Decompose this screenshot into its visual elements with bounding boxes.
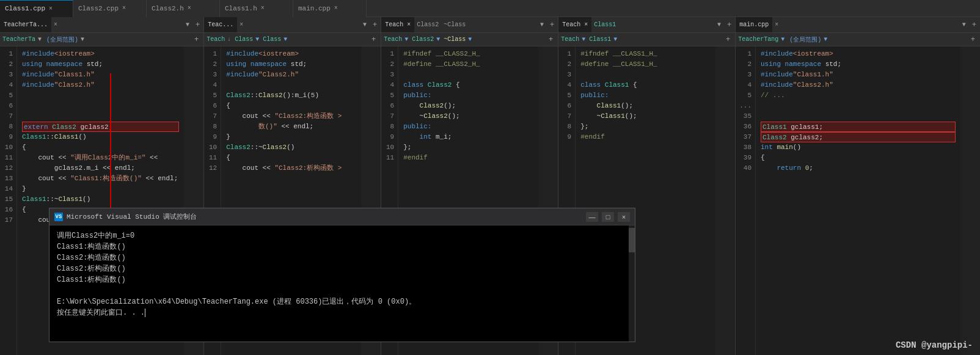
pane3-tabbar: Teach × Class2 ~Class ▼ + xyxy=(381,17,558,33)
pane4-class1[interactable]: Class1 xyxy=(591,21,618,28)
console-line-3: Class2:构造函数() xyxy=(57,252,627,263)
pane5-code-content[interactable]: #include<iostream> using namespace std; … xyxy=(756,46,960,355)
pane4-add-btn[interactable]: + xyxy=(726,35,730,44)
tab-class1h[interactable]: Class1.h × xyxy=(220,0,293,17)
pane1-line-numbers: 12345 678910 1112131415 1617 xyxy=(0,46,17,355)
restore-button[interactable]: □ xyxy=(602,212,614,222)
pane3-add-btn[interactable]: + xyxy=(549,35,553,44)
tab-close-icon[interactable]: × xyxy=(122,5,126,12)
top-tab-bar: Class1.cpp × Class2.cpp × Class2.h × Cla… xyxy=(0,0,980,17)
pane1-dropdown[interactable]: ▼ xyxy=(183,21,192,28)
tab-close-icon[interactable]: × xyxy=(334,5,338,12)
tab-close-icon[interactable]: × xyxy=(188,5,191,12)
pane5-add[interactable]: + xyxy=(968,21,980,29)
pane3-toolbar: Teach ▼ Class2 ▼ ~Class ▼ + xyxy=(381,33,558,46)
console-content: 调用Class2中的m_i=0 Class1:构造函数() Class2:构造函… xyxy=(49,225,635,342)
pane4-tabbar: Teach × Class1 ▼ + xyxy=(558,17,735,33)
tab-label: Class1.cpp xyxy=(5,5,45,12)
pane3-tab-class[interactable]: ~Class xyxy=(441,21,468,28)
pane2-toolbar: Teach ↓ Class ▼ Class ▼ + xyxy=(204,33,381,46)
console-line-7: E:\Work\Specialization\x64\Debug\Teacher… xyxy=(57,296,627,307)
pane2-class: Class xyxy=(235,36,253,43)
minimize-button[interactable]: — xyxy=(586,212,598,222)
console-line-1: 调用Class2中的m_i=0 xyxy=(57,230,627,241)
pane5-add-btn[interactable]: + xyxy=(971,35,975,44)
pane1-add[interactable]: + xyxy=(192,21,203,29)
pane4-tab[interactable]: Teach × xyxy=(558,17,591,33)
pane2-add[interactable]: + xyxy=(369,21,381,29)
pane2-context1: Teach xyxy=(207,36,225,43)
pane3-class2-arrow: ▼ xyxy=(436,36,440,43)
pane2-class2: Class xyxy=(263,36,281,43)
console-line-2: Class1:构造函数() xyxy=(57,241,627,252)
pane2-tab[interactable]: Teac... xyxy=(204,17,237,33)
tab-maincpp[interactable]: main.cpp × xyxy=(293,0,367,17)
tab-label: Class1.h xyxy=(225,5,257,12)
pane4-arrow: ▼ xyxy=(582,36,585,43)
pane2-dropdown[interactable]: ▼ xyxy=(360,21,369,28)
tab-label: Class2.cpp xyxy=(78,5,119,12)
console-scrollbar[interactable] xyxy=(629,225,635,342)
tab-class2cpp[interactable]: Class2.cpp × xyxy=(73,0,147,17)
tab-close-icon[interactable]: × xyxy=(49,5,53,12)
pane1-arrow: ▼ xyxy=(38,36,42,43)
pane2-class-arrow: ▼ xyxy=(255,36,259,43)
pane4-toolbar: Teach ▼ Class1 ▼ + xyxy=(558,33,735,46)
pane3-tilde-arrow: ▼ xyxy=(468,36,472,43)
pane2-class2-arrow: ▼ xyxy=(283,36,287,43)
pane3-dropdown[interactable]: ▼ xyxy=(538,21,546,28)
console-controls: — □ × xyxy=(586,212,630,222)
pane4-class1: Class1 xyxy=(589,36,611,43)
pane3-add[interactable]: + xyxy=(546,21,558,29)
pane2-down-arrow: ↓ xyxy=(227,36,231,43)
pane2-tab-close[interactable]: × xyxy=(237,21,246,28)
console-line-4: Class2:析构函数() xyxy=(57,263,627,274)
pane4-add[interactable]: + xyxy=(723,21,735,29)
pane3-class2: Class2 xyxy=(412,36,434,43)
pane5-tab-close[interactable]: × xyxy=(772,21,781,28)
pane1-scope: (全局范围) xyxy=(46,35,78,44)
pane5-tabbar: main.cpp × ▼ + xyxy=(736,17,980,33)
console-title: Microsoft Visual Studio 调试控制台 xyxy=(67,212,586,221)
pane3-tilde: ~Class xyxy=(444,36,466,43)
console-line-6 xyxy=(57,285,627,296)
console-line-8: 按任意键关闭此窗口. . . xyxy=(57,307,627,318)
console-titlebar: VS Microsoft Visual Studio 调试控制台 — □ × xyxy=(49,208,635,225)
red-arrow-line xyxy=(110,73,111,208)
pane1-tabbar: TeacherTa... × ▼ + xyxy=(0,17,203,33)
pane1-tab-close[interactable]: × xyxy=(51,21,60,28)
pane5-line-numbers: 12345 ... 3536373839 40 xyxy=(736,46,756,355)
pane3-tab[interactable]: Teach × xyxy=(381,17,414,33)
pane4-class1-arrow: ▼ xyxy=(613,36,617,43)
tab-label: Class2.h xyxy=(152,5,184,12)
pane1-tab-teachertang[interactable]: TeacherTa... xyxy=(0,17,51,33)
pane1-add-btn[interactable]: + xyxy=(194,35,199,44)
pane1-scope-arrow: ▼ xyxy=(81,36,84,43)
console-window: VS Microsoft Visual Studio 调试控制台 — □ × 调… xyxy=(49,208,635,342)
pane5-tab[interactable]: main.cpp xyxy=(736,17,772,33)
pane4-context: Teach xyxy=(561,36,579,43)
tab-label: main.cpp xyxy=(298,5,331,12)
watermark: CSDN @yangpipi- xyxy=(896,340,973,350)
pane3-context: Teach xyxy=(384,36,402,43)
pane3-tab-class2[interactable]: Class2 xyxy=(414,21,441,28)
pane1-context: TeacherTa xyxy=(2,36,35,43)
console-line-5: Class1:析构函数() xyxy=(57,274,627,285)
pane1-toolbar: TeacherTa ▼ (全局范围) ▼ + xyxy=(0,33,203,46)
pane5-dropdown[interactable]: ▼ xyxy=(960,21,968,28)
console-scrollbar-thumb[interactable] xyxy=(629,228,635,252)
pane4-dropdown[interactable]: ▼ xyxy=(715,21,723,28)
pane5-minimap xyxy=(960,46,980,355)
editor-pane-5: main.cpp × ▼ + TeacherTang ▼ (全局范围) ▼ + … xyxy=(736,17,980,355)
pane5-toolbar: TeacherTang ▼ (全局范围) ▼ + xyxy=(736,33,980,46)
pane5-code-area: 12345 ... 3536373839 40 #include<iostrea… xyxy=(736,46,980,355)
pane4-minimap xyxy=(715,46,735,355)
tab-class1cpp[interactable]: Class1.cpp × xyxy=(0,0,73,17)
pane5-scope: (全局范围) xyxy=(789,35,821,44)
tab-class2h[interactable]: Class2.h × xyxy=(147,0,220,17)
pane5-scope-arrow: ▼ xyxy=(824,36,827,43)
close-button[interactable]: × xyxy=(618,212,630,222)
pane3-arrow: ▼ xyxy=(404,36,408,43)
pane2-add-btn[interactable]: + xyxy=(371,35,376,44)
tab-close-icon[interactable]: × xyxy=(261,5,265,12)
